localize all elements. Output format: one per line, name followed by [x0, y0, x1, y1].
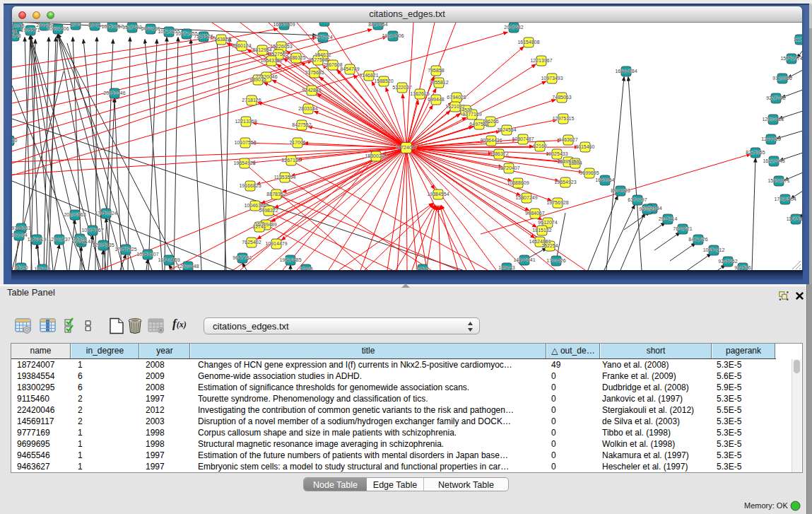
svg-text:10046786: 10046786: [244, 203, 266, 208]
svg-text:19218506: 19218506: [382, 33, 404, 38]
svg-text:3624554: 3624554: [497, 127, 516, 132]
svg-text:11353594: 11353594: [274, 175, 296, 180]
svg-text:109243: 109243: [498, 265, 514, 270]
svg-text:9527508: 9527508: [308, 57, 327, 62]
svg-text:9129966: 9129966: [772, 76, 792, 81]
svg-text:12093822: 12093822: [762, 117, 784, 122]
svg-text:15226053: 15226053: [270, 44, 292, 49]
svg-text:20206563: 20206563: [64, 212, 86, 217]
svg-text:9245652: 9245652: [718, 259, 737, 264]
svg-text:10807487: 10807487: [512, 136, 534, 141]
svg-text:7625402: 7625402: [242, 240, 261, 245]
svg-text:989015: 989015: [249, 77, 266, 82]
svg-text:3375685: 3375685: [305, 70, 324, 75]
svg-text:940213: 940213: [639, 206, 655, 211]
svg-text:2803144: 2803144: [298, 106, 317, 111]
svg-text:12975115: 12975115: [553, 116, 575, 121]
svg-text:9146821: 9146821: [359, 73, 378, 78]
svg-text:1527602: 1527602: [122, 25, 141, 30]
svg-text:11174: 11174: [794, 37, 802, 42]
svg-text:105110: 105110: [12, 138, 18, 143]
svg-text:17359924: 17359924: [95, 211, 117, 216]
svg-text:20440: 20440: [12, 29, 17, 34]
svg-text:18804: 18804: [568, 160, 582, 165]
svg-text:7663822: 7663822: [211, 37, 230, 42]
svg-text:2087682: 2087682: [504, 25, 523, 30]
svg-text:95100: 95100: [14, 265, 28, 270]
svg-text:1640954: 1640954: [595, 177, 614, 182]
svg-text:8186325: 8186325: [286, 55, 305, 60]
svg-text:8427552: 8427552: [292, 122, 311, 127]
svg-text:2718126: 2718126: [242, 98, 261, 103]
svg-text:91581: 91581: [416, 267, 430, 270]
svg-text:9084067: 9084067: [525, 211, 544, 216]
svg-text:10973493: 10973493: [541, 76, 563, 81]
svg-text:7515526: 7515526: [194, 34, 213, 39]
svg-text:12905135: 12905135: [92, 243, 114, 247]
svg-text:19384554: 19384554: [427, 192, 449, 197]
svg-text:14136141: 14136141: [513, 257, 535, 262]
svg-text:5322037: 5322037: [392, 85, 411, 90]
svg-text:10914479: 10914479: [265, 241, 287, 246]
svg-text:9242848: 9242848: [302, 88, 321, 93]
svg-text:1733426: 1733426: [546, 258, 565, 263]
svg-text:62160: 62160: [533, 144, 547, 148]
svg-text:8938923: 8938923: [611, 188, 630, 193]
svg-text:10543382: 10543382: [260, 58, 282, 63]
svg-text:12213369: 12213369: [235, 119, 257, 124]
svg-text:924506: 924506: [734, 265, 751, 270]
svg-text:15720407: 15720407: [498, 165, 519, 170]
svg-text:17016504: 17016504: [774, 197, 796, 201]
svg-text:10025433: 10025433: [546, 151, 567, 156]
svg-text:19654925: 19654925: [233, 160, 255, 165]
svg-text:1983: 1983: [70, 23, 81, 27]
svg-text:10975867: 10975867: [81, 228, 103, 233]
svg-text:15692971: 15692971: [767, 178, 789, 183]
svg-text:1905571: 1905571: [20, 28, 40, 33]
svg-text:252254: 252254: [541, 243, 558, 248]
svg-text:7485063: 7485063: [552, 95, 571, 100]
svg-text:1156819: 1156819: [28, 237, 47, 242]
svg-text:6379197: 6379197: [628, 197, 647, 202]
svg-text:10853257: 10853257: [101, 24, 123, 29]
svg-text:10958107: 10958107: [136, 252, 158, 257]
svg-text:8471626: 8471626: [688, 237, 707, 242]
svg-text:20691406: 20691406: [47, 26, 69, 31]
svg-text:795858: 795858: [428, 68, 444, 73]
svg-text:15807249: 15807249: [515, 195, 537, 200]
svg-text:19811: 19811: [88, 23, 102, 28]
svg-text:7357224: 7357224: [313, 35, 332, 40]
svg-text:12942737: 12942737: [48, 237, 70, 242]
svg-text:19166825: 19166825: [239, 183, 261, 188]
svg-text:5498222: 5498222: [259, 208, 278, 213]
svg-text:10688609: 10688609: [507, 180, 529, 185]
svg-text:12213967: 12213967: [530, 58, 552, 63]
svg-text:19756928: 19756928: [546, 200, 568, 205]
svg-text:1244413: 1244413: [761, 136, 780, 141]
svg-text:391394: 391394: [12, 233, 28, 238]
svg-text:8267130: 8267130: [281, 158, 300, 163]
svg-text:18300295: 18300295: [365, 153, 387, 158]
svg-text:10654112: 10654112: [703, 247, 725, 252]
svg-text:8454749: 8454749: [340, 66, 359, 71]
svg-text:1167533: 1167533: [787, 216, 802, 221]
svg-text:6794028: 6794028: [447, 95, 466, 100]
svg-text:9463627: 9463627: [558, 137, 577, 142]
svg-text:217006: 217006: [289, 140, 305, 145]
svg-text:8215955: 8215955: [746, 150, 765, 155]
svg-text:105110: 105110: [35, 267, 51, 270]
svg-text:97465: 97465: [299, 267, 313, 270]
svg-text:9612074: 9612074: [538, 220, 557, 225]
svg-text:1815132: 1815132: [532, 228, 551, 233]
svg-text:9777169: 9777169: [462, 112, 481, 117]
svg-text:9860124: 9860124: [232, 43, 251, 48]
svg-text:2935114: 2935114: [659, 216, 678, 221]
svg-text:9699695: 9699695: [579, 170, 599, 175]
svg-text:16154808: 16154808: [517, 40, 539, 45]
svg-text:10107552: 10107552: [234, 140, 256, 145]
svg-text:14510: 14510: [73, 236, 87, 241]
svg-text:19716485: 19716485: [279, 257, 301, 262]
svg-text:7386372: 7386372: [489, 151, 508, 156]
svg-text:699448: 699448: [428, 97, 444, 102]
svg-text:154632: 154632: [314, 52, 331, 57]
